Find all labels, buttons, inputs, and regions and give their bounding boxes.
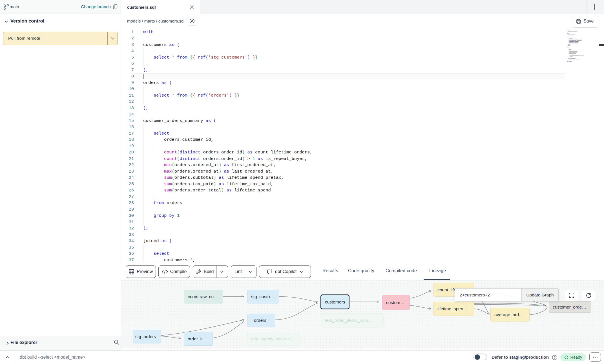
svg-text:?: ? [554, 356, 556, 359]
